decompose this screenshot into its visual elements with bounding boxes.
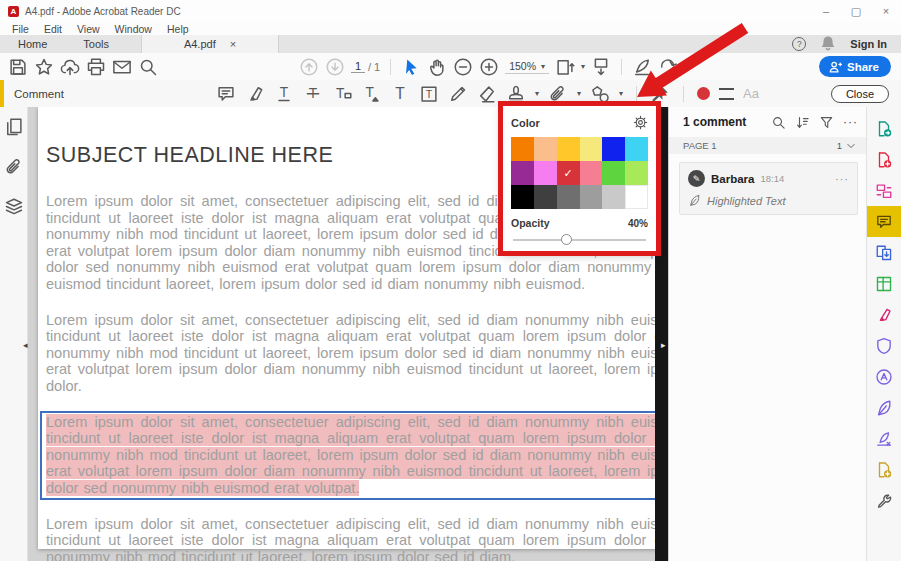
notifications-icon[interactable] [818, 34, 838, 54]
share-button[interactable]: Share [819, 56, 891, 77]
chevron-down-icon[interactable] [846, 141, 856, 151]
sticky-note-icon[interactable] [216, 84, 236, 104]
highlight-selection-box[interactable]: Lorem ipsum dolor sit amet, consectetuer… [40, 411, 668, 500]
email-icon[interactable] [112, 57, 132, 77]
tool-certificates[interactable] [867, 423, 901, 454]
color-swatch-8[interactable] [534, 161, 557, 185]
find-icon[interactable] [138, 57, 158, 77]
comments-options-icon[interactable]: ··· [843, 115, 858, 129]
color-swatch-5[interactable] [602, 137, 625, 161]
tool-scan-ocr[interactable] [867, 454, 901, 485]
text-style-icon[interactable]: Aa [743, 86, 759, 101]
sort-comments-icon[interactable] [795, 115, 810, 130]
color-swatch-12[interactable] [625, 161, 648, 185]
minimize-button[interactable]: – [811, 5, 841, 18]
send-tools-icon[interactable] [658, 57, 678, 77]
menu-item-help[interactable]: Help [164, 23, 192, 35]
tool-create-pdf[interactable] [867, 144, 901, 175]
color-swatch-3[interactable] [557, 137, 580, 161]
chevron-down-icon[interactable]: ▾ [619, 89, 623, 98]
stamp-icon[interactable] [506, 84, 526, 104]
color-swatch-9[interactable]: ✓ [557, 161, 580, 185]
tool-organize-pages[interactable] [867, 268, 901, 299]
color-swatch-17[interactable] [602, 185, 625, 209]
opacity-slider[interactable] [511, 234, 648, 246]
menu-item-file[interactable]: File [9, 23, 32, 35]
collapse-right-panel-icon[interactable]: ▸ [661, 340, 666, 350]
drawing-tools-icon[interactable] [590, 84, 610, 104]
maximize-button[interactable]: ▢ [841, 5, 871, 18]
keep-tool-selected-pin-icon[interactable] [650, 84, 670, 104]
help-icon[interactable]: ? [792, 37, 806, 51]
left-rail-attachments-icon[interactable] [4, 157, 24, 177]
chevron-down-icon[interactable]: ▾ [577, 89, 581, 98]
color-swatch-13[interactable] [511, 185, 534, 209]
zoom-in-icon[interactable] [479, 57, 499, 77]
scroll-mode-icon[interactable] [591, 57, 611, 77]
tab-tools[interactable]: Tools [65, 35, 127, 53]
opacity-slider-track[interactable] [513, 239, 646, 241]
collapse-left-panel-icon[interactable]: ◂ [23, 340, 28, 350]
tool-edit-pdf[interactable] [867, 175, 901, 206]
page-group-bar[interactable]: PAGE 1 1 [669, 137, 866, 154]
annotation-color-swatch[interactable] [697, 87, 710, 100]
color-swatch-14[interactable] [534, 185, 557, 209]
favorites-icon[interactable] [34, 57, 54, 77]
add-text-comment-icon[interactable]: T [390, 84, 410, 104]
zoom-level-dropdown[interactable]: 150% ▾ [505, 59, 549, 74]
chevron-down-icon[interactable]: ▾ [581, 62, 585, 71]
close-window-button[interactable]: × [871, 5, 901, 18]
select-tool-icon[interactable] [401, 57, 421, 77]
gear-icon[interactable] [633, 115, 648, 130]
left-rail-page-thumbnails-icon[interactable] [4, 117, 24, 137]
save-icon[interactable] [8, 57, 28, 77]
chevron-down-icon[interactable]: ▾ [535, 89, 539, 98]
color-swatch-11[interactable] [602, 161, 625, 185]
tool-more-tools[interactable] [867, 485, 901, 516]
cloud-upload-icon[interactable] [60, 57, 80, 77]
underline-text-icon[interactable]: T [274, 84, 294, 104]
draw-tool-icon[interactable] [448, 84, 468, 104]
close-comment-toolbar-button[interactable]: Close [831, 85, 889, 103]
highlight-annotation[interactable]: Lorem ipsum dolor sit amet, consectetuer… [46, 414, 668, 496]
tool-redact[interactable] [867, 299, 901, 330]
zoom-out-icon[interactable] [453, 57, 473, 77]
color-swatch-7[interactable] [511, 161, 534, 185]
color-swatch-1[interactable] [511, 137, 534, 161]
tool-export-pdf[interactable] [867, 113, 901, 144]
strikethrough-text-icon[interactable]: T [303, 84, 323, 104]
attach-file-icon[interactable] [548, 84, 568, 104]
print-icon[interactable] [86, 57, 106, 77]
eraser-icon[interactable] [477, 84, 497, 104]
previous-page-icon[interactable] [299, 57, 319, 77]
replace-text-icon[interactable]: T [332, 84, 352, 104]
comment-card[interactable]: ✎ Barbara 18:14 ··· Highlighted Text [679, 162, 858, 215]
highlight-text-icon[interactable] [245, 84, 265, 104]
opacity-slider-knob[interactable] [561, 234, 572, 245]
comment-options-icon[interactable]: ··· [835, 173, 849, 185]
color-swatch-2[interactable] [534, 137, 557, 161]
highlighted-paragraph[interactable]: Lorem ipsum dolor sit amet, consectetuer… [46, 414, 668, 497]
color-swatch-15[interactable] [557, 185, 580, 209]
color-swatch-6[interactable] [625, 137, 648, 161]
tab-home[interactable]: Home [0, 35, 65, 53]
tab-document[interactable]: A4.pdf × [141, 35, 279, 53]
menu-item-window[interactable]: Window [112, 23, 155, 35]
left-rail-layers-icon[interactable] [4, 197, 24, 217]
fill-sign-icon[interactable] [632, 57, 652, 77]
tool-protect[interactable] [867, 330, 901, 361]
tool-fill-sign[interactable] [867, 392, 901, 423]
page-number-input[interactable]: 1 [351, 60, 365, 73]
next-page-icon[interactable] [325, 57, 345, 77]
tool-optimize-pdf[interactable] [867, 361, 901, 392]
filter-comments-icon[interactable] [819, 115, 834, 130]
text-box-icon[interactable]: T [419, 84, 439, 104]
fit-options-icon[interactable] [555, 57, 575, 77]
insert-text-icon[interactable]: T [361, 84, 381, 104]
tab-close-icon[interactable]: × [230, 38, 236, 50]
menu-item-edit[interactable]: Edit [41, 23, 65, 35]
color-swatch-4[interactable] [580, 137, 603, 161]
tool-combine-files[interactable] [867, 237, 901, 268]
color-swatch-18[interactable] [625, 185, 648, 209]
tool-comment[interactable] [867, 206, 901, 237]
